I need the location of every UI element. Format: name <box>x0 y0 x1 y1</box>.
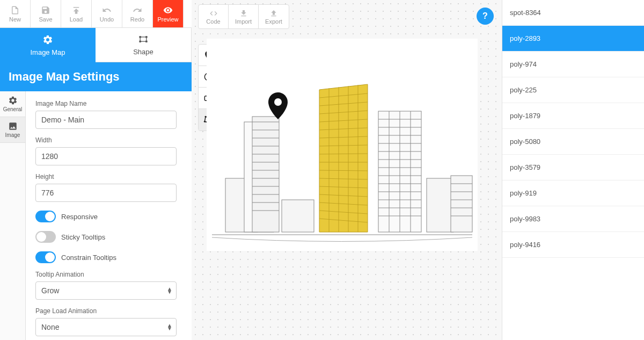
name-label: Image Map Name <box>35 100 177 107</box>
height-label: Height <box>35 173 177 180</box>
width-label: Width <box>35 136 177 144</box>
svg-rect-66 <box>451 176 472 232</box>
constrain-tooltips-label: Constrain Tooltips <box>61 254 116 262</box>
import-icon <box>239 9 248 18</box>
sidetab-image[interactable]: Image <box>0 117 25 143</box>
svg-marker-27 <box>319 84 368 232</box>
sticky-tooltips-label: Sticky Tooltips <box>61 233 105 241</box>
shape-item[interactable]: poly-974 <box>502 52 644 77</box>
shape-item[interactable]: poly-5080 <box>502 129 644 155</box>
shapes-list: spot-8364poly-2893poly-974poly-225poly-1… <box>502 0 644 340</box>
pageload-anim-select[interactable]: None <box>35 318 177 336</box>
export-icon <box>269 9 278 18</box>
undo-icon <box>102 5 112 15</box>
constrain-tooltips-toggle[interactable] <box>35 251 56 263</box>
svg-point-72 <box>274 98 282 106</box>
save-icon <box>41 5 50 15</box>
image-icon <box>8 121 18 131</box>
shape-item[interactable]: spot-8364 <box>502 0 644 26</box>
tooltip-anim-label: Tooltip Animation <box>35 271 177 278</box>
svg-rect-13 <box>252 117 279 232</box>
svg-rect-1 <box>140 41 141 42</box>
tooltip-anim-select[interactable]: Grow <box>35 281 177 300</box>
tab-imagemap[interactable]: Image Map <box>0 28 96 62</box>
shape-item[interactable]: poly-225 <box>502 77 644 103</box>
responsive-toggle[interactable] <box>35 211 56 222</box>
svg-rect-65 <box>427 178 453 232</box>
svg-point-9 <box>204 121 206 122</box>
name-input[interactable] <box>35 111 177 129</box>
shape-item[interactable]: poly-3579 <box>502 155 644 180</box>
gear-icon <box>42 34 53 45</box>
sticky-tooltips-toggle[interactable] <box>35 231 56 243</box>
load-icon <box>71 5 81 15</box>
shape-item[interactable]: poly-9416 <box>502 232 644 258</box>
shape-item[interactable]: poly-1879 <box>502 103 644 129</box>
shape-icon <box>138 34 149 45</box>
sidetab-general[interactable]: General <box>0 91 25 117</box>
height-input[interactable] <box>35 184 177 202</box>
preview-button[interactable]: Preview <box>153 0 184 27</box>
settings-header: Image Map Settings <box>0 62 192 91</box>
shape-item[interactable]: poly-2893 <box>502 26 644 52</box>
gear-icon <box>8 96 18 105</box>
responsive-label: Responsive <box>61 213 98 221</box>
code-icon <box>209 9 218 18</box>
svg-rect-3 <box>145 41 147 42</box>
redo-button[interactable]: Redo <box>122 0 153 27</box>
eye-icon <box>163 5 173 15</box>
undo-button[interactable]: Undo <box>92 0 122 27</box>
svg-rect-26 <box>282 200 314 232</box>
canvas-image[interactable] <box>207 39 478 251</box>
shape-item[interactable]: poly-9983 <box>502 206 644 232</box>
new-button[interactable]: New <box>0 0 31 27</box>
code-button[interactable]: Code <box>199 5 229 28</box>
file-icon <box>10 5 20 15</box>
redo-icon <box>133 5 142 15</box>
help-button[interactable]: ? <box>477 8 494 25</box>
save-button[interactable]: Save <box>31 0 61 27</box>
load-button[interactable]: Load <box>61 0 92 27</box>
svg-rect-2 <box>145 36 147 38</box>
shape-item[interactable]: poly-919 <box>502 180 644 206</box>
import-button[interactable]: Import <box>229 5 259 28</box>
canvas-area[interactable]: Code Import Export <box>192 0 502 340</box>
svg-rect-0 <box>140 36 141 38</box>
width-input[interactable] <box>35 147 177 165</box>
tab-shape[interactable]: Shape <box>96 28 192 62</box>
pageload-anim-label: Page Load Animation <box>35 307 177 315</box>
export-button[interactable]: Export <box>259 5 289 28</box>
